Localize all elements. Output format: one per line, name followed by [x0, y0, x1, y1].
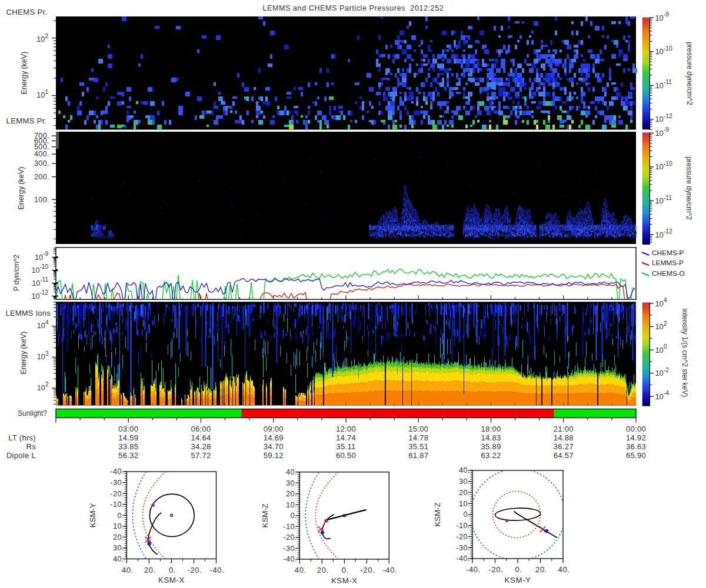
- svg-text:40.: 40.: [122, 566, 134, 574]
- svg-text:intensity 1/(s cm^2 ster keV): intensity 1/(s cm^2 ster keV): [681, 309, 689, 397]
- svg-text:34.70: 34.70: [264, 442, 284, 451]
- svg-text:63.22: 63.22: [481, 451, 501, 460]
- svg-text:33.85: 33.85: [118, 442, 138, 451]
- svg-text:-10.: -10.: [283, 522, 297, 531]
- svg-text:0.: 0.: [291, 511, 297, 520]
- svg-text:40.: 40.: [459, 466, 470, 475]
- svg-text:-40.: -40.: [456, 554, 470, 563]
- svg-text:-20.: -20.: [110, 489, 124, 498]
- svg-text:03:00: 03:00: [118, 425, 138, 433]
- svg-text:-20.: -20.: [360, 566, 375, 574]
- svg-text:20.: 20.: [144, 566, 156, 574]
- svg-text:10.: 10.: [113, 522, 124, 530]
- svg-text:pressure dyne/cm^2: pressure dyne/cm^2: [685, 42, 694, 105]
- svg-text:-20.: -20.: [188, 566, 202, 574]
- svg-text:KSM-Y: KSM-Y: [505, 576, 531, 584]
- svg-text:CHEMS-O: CHEMS-O: [652, 269, 685, 278]
- svg-text:0.: 0.: [342, 566, 349, 574]
- svg-text:20.: 20.: [459, 488, 470, 497]
- svg-text:-40.: -40.: [382, 566, 397, 574]
- svg-text:14.78: 14.78: [408, 433, 428, 442]
- svg-text:-20.: -20.: [489, 565, 504, 574]
- svg-text:21:00: 21:00: [554, 425, 574, 433]
- svg-text:18:00: 18:00: [481, 425, 501, 433]
- svg-text:14.64: 14.64: [191, 433, 211, 442]
- svg-text:-40.: -40.: [283, 554, 297, 563]
- svg-text:400.: 400.: [34, 150, 49, 158]
- svg-text:60.50: 60.50: [336, 451, 356, 460]
- svg-text:-30.: -30.: [456, 543, 470, 552]
- svg-text:59.12: 59.12: [264, 451, 284, 460]
- svg-text:-30.: -30.: [110, 478, 124, 487]
- svg-text:-40.: -40.: [210, 566, 225, 574]
- svg-text:-30.: -30.: [283, 544, 297, 553]
- svg-text:35.89: 35.89: [481, 442, 501, 451]
- svg-text:200.: 200.: [34, 173, 49, 181]
- svg-text:-10.: -10.: [110, 500, 124, 509]
- svg-text:14.83: 14.83: [481, 433, 501, 442]
- svg-text:CHEMS-P: CHEMS-P: [652, 249, 684, 257]
- svg-text:-10.: -10.: [456, 521, 470, 530]
- svg-text:LEMMS Ions: LEMMS Ions: [6, 309, 51, 318]
- svg-text:CHEMS Pr.: CHEMS Pr.: [6, 8, 48, 16]
- svg-text:0.: 0.: [169, 566, 176, 574]
- svg-text:LEMMS and CHEMS Particle Press: LEMMS and CHEMS Particle Pressures 2012:…: [263, 4, 444, 12]
- svg-text:61.87: 61.87: [408, 451, 428, 460]
- svg-text:KSM-Z: KSM-Z: [433, 502, 442, 526]
- svg-text:20.: 20.: [535, 565, 547, 574]
- svg-text:20.: 20.: [113, 533, 124, 542]
- svg-text:65.90: 65.90: [626, 451, 646, 460]
- svg-text:LT (hrs): LT (hrs): [8, 433, 36, 442]
- svg-text:14.74: 14.74: [336, 433, 356, 442]
- svg-text:34.28: 34.28: [191, 442, 211, 451]
- svg-text:15:00: 15:00: [408, 425, 428, 433]
- svg-text:0.: 0.: [464, 510, 470, 519]
- svg-text:40.: 40.: [113, 554, 124, 563]
- svg-text:700.: 700.: [34, 132, 49, 140]
- svg-text:35.51: 35.51: [408, 442, 428, 451]
- svg-text:LEMMS-P: LEMMS-P: [652, 259, 684, 267]
- svg-text:Energy (keV): Energy (keV): [19, 332, 28, 375]
- svg-text:14.69: 14.69: [264, 433, 284, 442]
- svg-text:0.: 0.: [515, 565, 522, 574]
- svg-text:-20.: -20.: [283, 533, 297, 542]
- svg-text:300.: 300.: [34, 159, 49, 168]
- svg-text:0.: 0.: [118, 511, 124, 520]
- svg-text:30.: 30.: [459, 477, 470, 486]
- svg-text:14.59: 14.59: [118, 433, 138, 442]
- svg-text:pressure dyne/cm^2: pressure dyne/cm^2: [685, 156, 693, 220]
- svg-text:10.: 10.: [286, 500, 297, 509]
- svg-text:Sunlight?: Sunlight?: [18, 409, 47, 417]
- svg-text:-40.: -40.: [466, 565, 481, 574]
- svg-text:14.92: 14.92: [626, 433, 646, 442]
- svg-text:KSM-X: KSM-X: [158, 576, 185, 584]
- svg-text:35.11: 35.11: [336, 442, 355, 451]
- svg-text:14.88: 14.88: [554, 433, 574, 442]
- svg-text:Rs: Rs: [26, 442, 36, 451]
- svg-text:100.: 100.: [34, 196, 49, 204]
- svg-text:06:00: 06:00: [191, 425, 211, 433]
- svg-text:36.27: 36.27: [554, 442, 574, 451]
- svg-text:20.: 20.: [286, 489, 297, 498]
- svg-text:40.: 40.: [295, 566, 307, 574]
- svg-text:-40.: -40.: [110, 467, 124, 476]
- svg-text:Dipole L: Dipole L: [6, 451, 36, 460]
- svg-text:20.: 20.: [317, 566, 329, 574]
- svg-text:57.72: 57.72: [191, 451, 211, 460]
- svg-text:00:00: 00:00: [626, 425, 646, 433]
- svg-text:56.32: 56.32: [118, 451, 138, 460]
- svg-text:LEMMS Pr.: LEMMS Pr.: [6, 116, 47, 125]
- svg-text:-20.: -20.: [456, 532, 470, 541]
- svg-text:09:00: 09:00: [264, 425, 284, 433]
- svg-text:12:00: 12:00: [336, 425, 356, 433]
- svg-text:Energy (keV): Energy (keV): [17, 167, 25, 210]
- svg-text:KSM-X: KSM-X: [331, 576, 358, 585]
- svg-text:36.63: 36.63: [626, 442, 646, 451]
- svg-text:30.: 30.: [286, 479, 297, 487]
- svg-text:64.57: 64.57: [554, 451, 574, 460]
- svg-text:P dyn/cm^2: P dyn/cm^2: [12, 255, 21, 291]
- svg-text:Energy (keV): Energy (keV): [20, 52, 28, 95]
- svg-text:KSM-Z: KSM-Z: [261, 503, 269, 527]
- svg-text:10.: 10.: [459, 499, 470, 508]
- svg-text:30.: 30.: [113, 543, 124, 552]
